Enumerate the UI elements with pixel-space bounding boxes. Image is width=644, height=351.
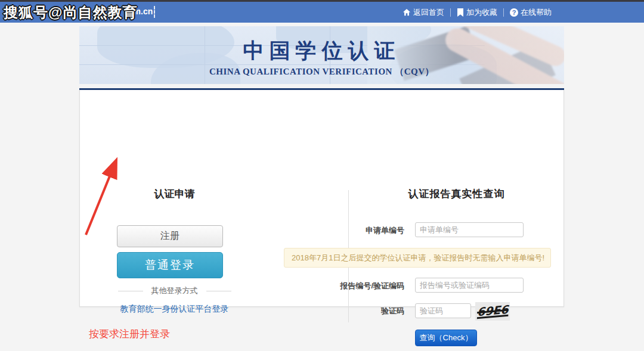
other-login-row: 其他登录方式	[80, 285, 269, 296]
red-annotation-text: 按要求注册并登录	[89, 327, 170, 341]
application-no-input[interactable]	[415, 222, 524, 237]
nav-bookmark-label: 加为收藏	[466, 7, 497, 18]
topbar-dashed-separator	[154, 6, 155, 18]
nav-separator	[450, 8, 451, 17]
report-no-input[interactable]	[415, 278, 524, 293]
other-login-label: 其他登录方式	[151, 285, 198, 296]
home-icon	[402, 8, 411, 17]
apply-panel-title: 认证申请	[80, 187, 269, 201]
main-content: 认证申请 注册 普通登录 其他登录方式 教育部统一身份认证平台登录 按要求注册并…	[79, 90, 564, 307]
nav-separator	[503, 8, 504, 17]
verify-panel-title: 认证报告真实性查询	[348, 187, 565, 201]
dash-decoration	[118, 291, 143, 291]
site-title: 中国学位认证	[79, 37, 564, 65]
captcha-image[interactable]: 69E6	[475, 302, 510, 321]
notice-banner: 2018年7月1日之后提交的学位认证申请，验证报告时无需输入申请单编号!	[284, 248, 551, 268]
application-no-label: 申请单编号	[284, 225, 404, 236]
nav-home[interactable]: 返回首页	[402, 7, 444, 18]
site-subtitle: CHINA QUALIFICATION VERIFICATION （CQV）	[79, 66, 564, 77]
topbar-nav: 返回首页 加为收藏 ? 在线帮助	[402, 2, 552, 23]
nav-help-label: 在线帮助	[521, 7, 552, 18]
sohu-watermark: 搜狐号@尚自然教育	[4, 3, 137, 22]
moe-unified-login-link[interactable]: 教育部统一身份认证平台登录	[80, 304, 269, 315]
captcha-code: 69E6	[477, 303, 509, 319]
register-button[interactable]: 注册	[117, 225, 223, 247]
dash-decoration	[206, 291, 231, 291]
nav-bookmark[interactable]: 加为收藏	[457, 7, 497, 18]
site-banner: 中国学位认证 CHINA QUALIFICATION VERIFICATION …	[79, 26, 564, 84]
captcha-input[interactable]	[415, 303, 471, 318]
help-icon: ?	[510, 8, 518, 17]
report-no-label: 报告编号/验证编码	[284, 281, 404, 291]
check-button[interactable]: 查询（Check）	[415, 330, 477, 346]
bookmark-icon	[457, 8, 464, 17]
banner-titles: 中国学位认证 CHINA QUALIFICATION VERIFICATION …	[79, 37, 564, 77]
captcha-label: 验证码	[284, 306, 404, 316]
nav-home-label: 返回首页	[413, 7, 444, 18]
nav-help[interactable]: ? 在线帮助	[510, 7, 552, 18]
login-button[interactable]: 普通登录	[117, 252, 223, 278]
top-bar: om.cn 搜狐号@尚自然教育 返回首页 加为收藏 ? 在线帮助	[0, 0, 644, 23]
